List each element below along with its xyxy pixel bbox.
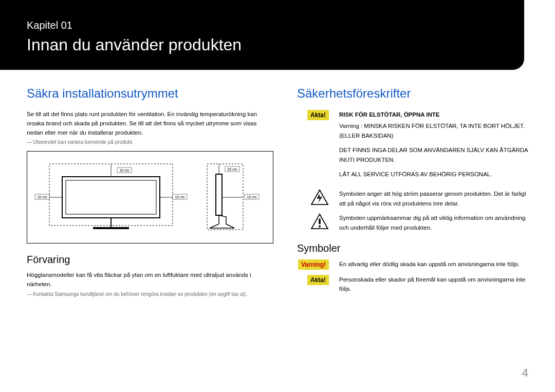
exclamation-icon-col	[297, 213, 329, 230]
svg-rect-20	[319, 219, 321, 225]
right-column: Säkerhetsföreskrifter Akta! RISK FÖR ELS…	[297, 86, 528, 303]
install-paragraph: Se till att det finns plats runt produkt…	[27, 110, 273, 137]
svg-rect-21	[319, 226, 321, 228]
caution-badge-2: Akta!	[307, 275, 329, 285]
exclamation-icon	[310, 213, 329, 230]
section-heading-install: Säkra installationsutrymmet	[27, 86, 273, 101]
installation-diagram: 10 cm 10 cm 10 cm 10 cm 10 cm	[27, 151, 273, 244]
chapter-header: Kapitel 01 Innan du använder produkten	[0, 0, 524, 70]
dist-label: 10 cm	[119, 169, 129, 172]
dist-label: 10 cm	[228, 167, 237, 171]
risk-line-3: LÅT ALL SERVICE UTFÖRAS AV BEHÖRIG PERSO…	[339, 170, 528, 179]
exclamation-symbol-text: Symbolen uppmärksammar dig på att viktig…	[339, 213, 528, 232]
caution-badge-col: Akta!	[297, 110, 329, 120]
storage-footnote: Kontakta Samsungs kundtjänst om du behöv…	[27, 291, 273, 297]
dist-label: 10 cm	[37, 195, 47, 199]
voltage-symbol-text: Symbolen anger att hög ström passerar ge…	[339, 189, 528, 208]
diagram-front-view: 10 cm 10 cm 10 cm	[34, 156, 188, 238]
exclamation-symbol-row: Symbolen uppmärksammar dig på att viktig…	[297, 213, 528, 232]
caution-block: Akta! RISK FÖR ELSTÖTAR, ÖPPNA INTE Varn…	[297, 110, 528, 184]
svg-rect-4	[93, 227, 129, 229]
page-number: 4	[522, 366, 528, 380]
caution-definition-row: Akta! Personskada eller skador på föremå…	[297, 275, 528, 294]
high-voltage-icon	[310, 189, 329, 206]
warning-definition-row: Varning! En allvarlig eller dödlig skada…	[297, 259, 528, 270]
caution-badge: Akta!	[307, 110, 329, 120]
voltage-icon-col	[297, 189, 329, 206]
install-footnote: Utseendet kan variera beroende på produk…	[27, 139, 273, 145]
caution-definition-text: Personskada eller skador på föremål kan …	[339, 275, 528, 294]
section-heading-safety: Säkerhetsföreskrifter	[297, 86, 528, 101]
caution-text: RISK FÖR ELSTÖTAR, ÖPPNA INTE Varning : …	[339, 110, 528, 184]
voltage-symbol-row: Symbolen anger att hög ström passerar ge…	[297, 189, 528, 208]
svg-rect-2	[66, 180, 156, 214]
storage-paragraph: Högglansmodeller kan få vita fläckar på …	[27, 271, 273, 289]
warning-definition-text: En allvarlig eller dödlig skada kan upps…	[339, 259, 528, 269]
content-columns: Säkra installationsutrymmet Se till att …	[0, 70, 555, 303]
left-column: Säkra installationsutrymmet Se till att …	[27, 86, 273, 303]
chapter-label: Kapitel 01	[27, 20, 497, 31]
risk-line-1: Varning : MINSKA RISKEN FÖR ELSTÖTAR, TA…	[339, 121, 528, 140]
warning-badge: Varning!	[298, 259, 329, 270]
page-title: Innan du använder produkten	[27, 35, 497, 54]
storage-heading: Förvaring	[27, 254, 273, 266]
diagram-side-view: 10 cm 10 cm	[194, 156, 266, 238]
svg-rect-12	[216, 174, 222, 215]
symbols-heading: Symboler	[297, 242, 528, 254]
risk-line-2: DET FINNS INGA DELAR SOM ANVÄNDAREN SJÄL…	[339, 145, 528, 164]
dist-label: 10 cm	[247, 195, 257, 199]
caution-badge-col-2: Akta!	[297, 275, 329, 285]
warning-badge-col: Varning!	[297, 259, 329, 270]
dist-label: 10 cm	[175, 195, 184, 199]
risk-heading: RISK FÖR ELSTÖTAR, ÖPPNA INTE	[339, 110, 528, 119]
